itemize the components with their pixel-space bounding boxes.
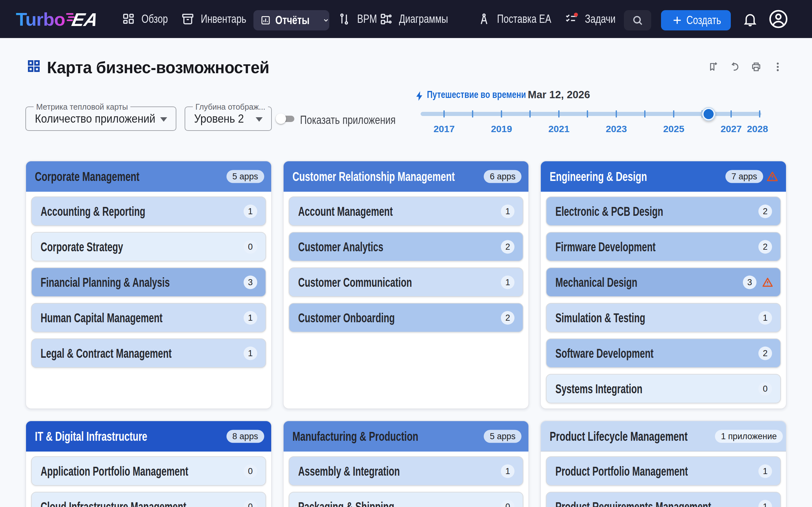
svg-text:EA: EA — [70, 9, 99, 29]
